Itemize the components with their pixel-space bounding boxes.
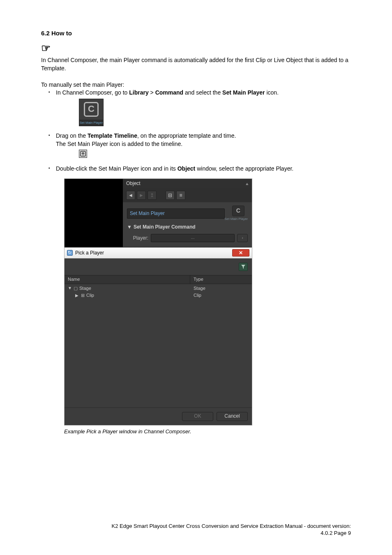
- caret-icon[interactable]: ▼: [68, 285, 72, 291]
- close-button[interactable]: ✕: [232, 249, 249, 257]
- ok-button[interactable]: OK: [182, 412, 213, 421]
- node-label: Stage: [79, 285, 91, 291]
- node-icon: ▢: [74, 285, 78, 291]
- dialog-title: Pick a Player: [75, 250, 104, 257]
- list-view-button[interactable]: ≡: [176, 191, 185, 200]
- manual-lead: To manually set the main Player:: [41, 81, 351, 89]
- object-toolbar: ◄ ► ↥ ⊟ ≡: [123, 188, 252, 202]
- object-thumbnail-icon: C: [232, 206, 244, 216]
- player-prop-browse-button[interactable]: ›: [237, 234, 248, 242]
- figure-caption: Example Pick a Player window in Channel …: [64, 428, 351, 435]
- section-toggle[interactable]: ▼ Set Main Player Command: [127, 224, 248, 231]
- dialog-app-icon: [67, 250, 73, 256]
- note-hand-icon: ☞: [41, 41, 351, 56]
- nav-forward-button[interactable]: ►: [137, 191, 146, 200]
- timeline-smp-icon: [79, 150, 87, 158]
- node-type: Stage: [190, 285, 252, 291]
- nav-back-button[interactable]: ◄: [126, 191, 135, 200]
- tree-row[interactable]: ▶⊞ClipClip: [65, 292, 252, 299]
- smp-icon-label: Set Main Player: [79, 120, 103, 126]
- cancel-button[interactable]: Cancel: [217, 412, 248, 421]
- pin-icon[interactable]: ⟁: [246, 180, 249, 187]
- set-main-player-library-icon: C Set Main Player: [79, 99, 104, 126]
- bullet-double-click: Double-click the Set Main Player icon an…: [56, 165, 351, 173]
- player-prop-input[interactable]: ...: [151, 234, 235, 242]
- tree-row[interactable]: ▼▢StageStage: [65, 285, 252, 292]
- bullet-library-command: In Channel Composer, go to Library > Com…: [56, 89, 351, 126]
- filter-button[interactable]: [239, 263, 248, 271]
- section-heading: 6.2 How to: [41, 29, 351, 37]
- object-name-input[interactable]: Set Main Player: [127, 208, 225, 219]
- chevron-down-icon: ▼: [127, 224, 132, 231]
- tree-body: ▼▢StageStage▶⊞ClipClip: [65, 284, 252, 407]
- page-footer: K2 Edge Smart Playout Center Cross Conve…: [41, 523, 351, 537]
- pick-a-player-dialog: Pick a Player ✕ Name Type ▼▢StageStage▶⊞…: [65, 247, 252, 425]
- collapse-all-button[interactable]: ⊟: [166, 191, 175, 200]
- column-header-name[interactable]: Name: [65, 275, 190, 283]
- bullet-drag-timeline: Drag on the Template Timeline, on the ap…: [56, 132, 351, 159]
- screenshot-figure: Object ⟁ ◄ ► ↥ ⊟ ≡ Set Main Player C: [64, 178, 252, 425]
- node-icon: ⊞: [81, 292, 85, 298]
- node-label: Clip: [86, 292, 94, 298]
- object-panel-title: Object: [126, 180, 141, 187]
- intro-paragraph: In Channel Composer, the main Player com…: [41, 56, 351, 72]
- player-prop-label: Player:: [127, 235, 148, 242]
- node-type: Clip: [190, 292, 252, 298]
- nav-up-button[interactable]: ↥: [148, 191, 157, 200]
- column-header-type[interactable]: Type: [190, 275, 252, 283]
- c-glyph-icon: C: [84, 102, 99, 117]
- caret-icon[interactable]: ▶: [75, 293, 79, 298]
- object-thumbnail-label: Set Main Player: [225, 217, 248, 221]
